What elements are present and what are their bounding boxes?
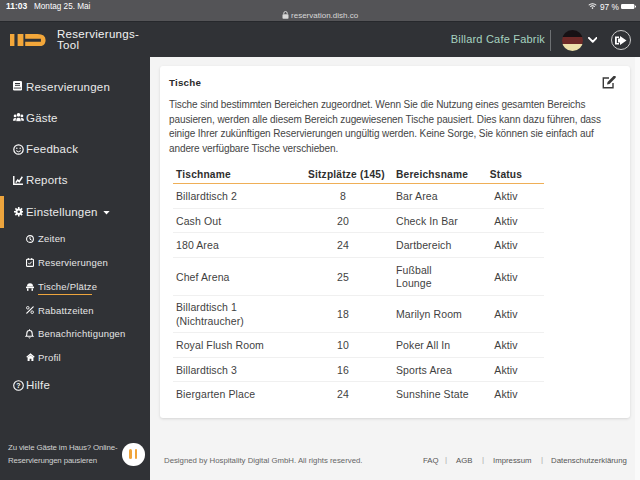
svg-text:?: ? [16, 382, 20, 389]
